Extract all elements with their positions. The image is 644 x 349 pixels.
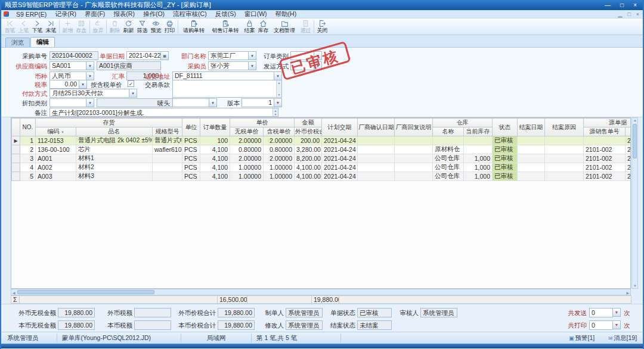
- col-plan-date[interactable]: 计划交期: [322, 119, 358, 136]
- col-qty[interactable]: 订单数量: [200, 119, 230, 136]
- col-wh-stock[interactable]: 当前库存: [464, 127, 493, 136]
- col-close-date[interactable]: 结案日期: [518, 119, 545, 136]
- spinner-icon[interactable]: ▼: [274, 98, 282, 107]
- send-count-field[interactable]: 0: [589, 308, 613, 317]
- col-close-reason[interactable]: 结案原因: [545, 119, 584, 136]
- menu-feedback[interactable]: 反馈(S): [211, 10, 240, 18]
- dept-name-field[interactable]: 东莞工厂: [208, 51, 249, 60]
- menu-help[interactable]: 帮助(H): [271, 10, 301, 18]
- exit-button[interactable]: 关闭: [315, 18, 329, 35]
- col-amount-total[interactable]: 外币价税合计: [295, 127, 322, 136]
- spinner-icon[interactable]: ▼: [613, 308, 621, 317]
- print-button[interactable]: 打印: [163, 18, 177, 35]
- trade-terms-field[interactable]: ▲▼: [172, 80, 282, 98]
- scroll-right-icon[interactable]: ▶: [626, 291, 629, 295]
- tab-browse[interactable]: 浏览: [5, 38, 30, 47]
- transfer-request-button[interactable]: 请购单转: [179, 18, 208, 35]
- doc-date-field[interactable]: 2021-04-22: [126, 51, 161, 60]
- table-row[interactable]: 2136-00-100芯片wafler610PCS4,1000.800000.8…: [12, 145, 631, 154]
- next-record-button[interactable]: 下笔: [30, 18, 44, 35]
- scrollbar-thumb[interactable]: [633, 124, 637, 158]
- mdi-close-icon[interactable]: ×: [636, 11, 639, 17]
- calendar-icon[interactable]: ▦: [161, 51, 169, 60]
- scroll-arrows-icon[interactable]: ▲▼: [273, 108, 278, 116]
- menu-record[interactable]: 记录(R): [51, 10, 80, 18]
- shipping-mark-field[interactable]: [172, 98, 209, 107]
- alert-badge[interactable]: ▣预警[1]: [569, 334, 595, 342]
- transfer-sales-order-button[interactable]: 销售订单转: [208, 18, 243, 35]
- col-source-sales-no[interactable]: 源销售单号: [584, 127, 626, 136]
- payment-terms-field[interactable]: 月结25日30天付款: [49, 89, 129, 98]
- col-unit[interactable]: 单位: [182, 119, 200, 136]
- filter-icon[interactable]: ▼: [61, 130, 64, 134]
- menu-window[interactable]: 窗口(W): [240, 10, 271, 18]
- supplier-code-field[interactable]: SA001: [49, 61, 86, 70]
- chevron-down-icon[interactable]: ▼: [86, 61, 94, 70]
- close-icon[interactable]: ×: [633, 2, 637, 8]
- version-field[interactable]: 1: [242, 98, 274, 107]
- col-name[interactable]: 品名: [76, 127, 153, 136]
- col-spec[interactable]: 规格型号: [153, 127, 182, 136]
- remark-field[interactable]: 生产计划[202103-0001]分解生成.▲▼: [49, 108, 278, 117]
- first-record-icon: [6, 20, 14, 27]
- document-manage-button[interactable]: 文档管理: [270, 18, 299, 35]
- col-code[interactable]: 编码 ▼: [36, 127, 76, 136]
- col-wh-name[interactable]: 名称: [433, 127, 464, 136]
- col-no[interactable]: NO.: [20, 119, 36, 136]
- spinner-icon[interactable]: ▼: [613, 320, 621, 329]
- tab-edit[interactable]: 编辑: [30, 37, 55, 47]
- print-count-field[interactable]: 0: [589, 320, 613, 330]
- col-vendor-confirm[interactable]: 厂商确认日期: [358, 119, 395, 136]
- close-case-button[interactable]: 结案: [243, 18, 256, 35]
- refresh-button[interactable]: 刷新: [122, 18, 135, 35]
- minimize-icon[interactable]: —: [605, 2, 611, 8]
- scroll-left-icon[interactable]: ◀: [13, 291, 16, 295]
- col-source-more[interactable]: [626, 127, 631, 136]
- discount-type-field[interactable]: [49, 98, 86, 107]
- delivery-address-field[interactable]: DF_81111: [172, 71, 274, 80]
- col-status[interactable]: 状态: [493, 119, 518, 136]
- scrollbar-thumb[interactable]: [17, 290, 154, 294]
- col-vendor-reply[interactable]: 厂商回复说明: [395, 119, 433, 136]
- discard-icon: [94, 20, 102, 27]
- chevron-down-icon[interactable]: ▼: [86, 98, 94, 107]
- chevron-down-icon[interactable]: ▼: [79, 80, 87, 89]
- maximize-icon[interactable]: □: [620, 2, 624, 8]
- filter-button[interactable]: 筛选: [135, 18, 149, 35]
- table-row[interactable]: 3A001材料1PCS4,1002.000002.000008,200.0020…: [12, 154, 631, 163]
- chevron-down-icon[interactable]: ▼: [209, 98, 217, 107]
- message-badge[interactable]: ✉消息[19]: [608, 334, 637, 342]
- menu-report[interactable]: 报表(R): [109, 10, 139, 18]
- tax-included-checkbox[interactable]: ✓: [128, 80, 134, 87]
- table-row[interactable]: ▶1112-0153普通片式电阻 2k 0402 ±5% 1/16W普通片式电阻…: [12, 136, 631, 145]
- menu-interface[interactable]: 界面(F): [80, 10, 109, 18]
- chevron-down-icon[interactable]: ▼: [249, 61, 256, 70]
- chevron-down-icon[interactable]: ▼: [249, 51, 256, 60]
- buyer-field[interactable]: 张小芳: [208, 61, 249, 70]
- last-record-button[interactable]: 末笔: [44, 18, 58, 35]
- scroll-down-icon[interactable]: ▼: [633, 284, 637, 288]
- scroll-arrows-icon[interactable]: ▲▼: [276, 80, 281, 97]
- chevron-down-icon[interactable]: ▼: [274, 71, 282, 80]
- mdi-restore-icon[interactable]: □: [627, 11, 630, 17]
- col-price-ex[interactable]: 无税单价: [230, 127, 264, 136]
- col-price-inc[interactable]: 含税单价: [264, 127, 295, 136]
- table-row[interactable]: 4A002材料2PCS4,1001.000001.000004,100.0020…: [12, 163, 631, 172]
- po-no-label: 采购单号: [10, 52, 47, 60]
- menu-operation[interactable]: 操作(O): [139, 10, 169, 18]
- doc-date-label: 单据日期: [98, 52, 125, 60]
- mdi-minimize-icon[interactable]: ▁: [618, 11, 622, 17]
- menu-s9erp[interactable]: S9 ERP(E): [12, 11, 51, 18]
- menu-workflow[interactable]: 流程审核(C): [169, 10, 211, 18]
- preview-button[interactable]: 预览: [149, 18, 163, 35]
- currency-field[interactable]: 人民币: [49, 71, 86, 80]
- app-window: 顺景S9智能ERP管理平台 - 广东顺景软件科技有限公司_ZY - [采购订单]…: [0, 0, 644, 349]
- table-row[interactable]: 5A003材料3PCS4,1001.000001.000004,100.0020…: [12, 172, 631, 181]
- inventory-button[interactable]: 库存: [256, 18, 270, 35]
- scroll-up-icon[interactable]: ▲: [633, 119, 637, 122]
- tax-rate-field[interactable]: 0.00: [49, 80, 79, 89]
- vertical-scrollbar[interactable]: ▲▼: [631, 117, 638, 289]
- horizontal-scrollbar[interactable]: ◀▶: [11, 289, 631, 295]
- chevron-down-icon[interactable]: ▼: [86, 71, 94, 80]
- chevron-down-icon[interactable]: ▼: [129, 89, 137, 98]
